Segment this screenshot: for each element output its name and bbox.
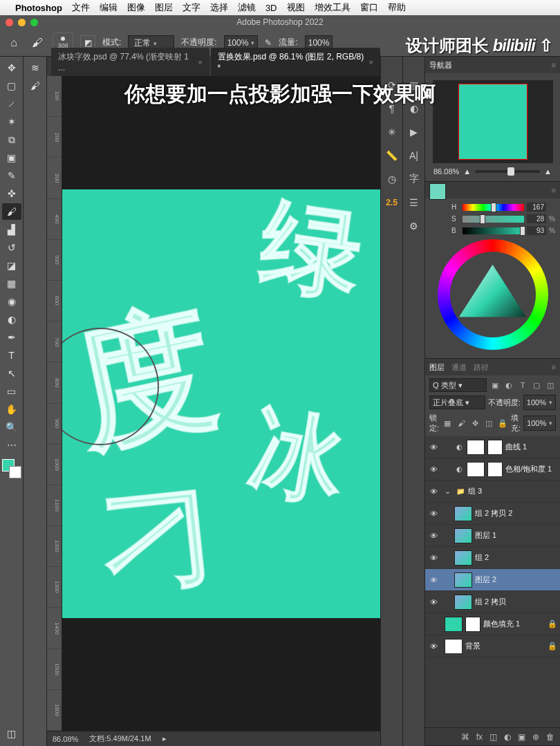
menu-filter[interactable]: 滤镜 — [238, 1, 256, 14]
layer-row[interactable]: 👁◐色相/饱和度 1 — [425, 458, 560, 481]
layer-thumbnail[interactable] — [454, 550, 472, 566]
doc-tab-1[interactable]: 冰块字效.psd @ 77.4% (渐变映射 1 ... × — [51, 48, 209, 76]
move-tool-icon[interactable]: ✥ — [2, 59, 21, 76]
visibility-toggle[interactable]: 👁 — [428, 598, 439, 606]
zoom-slider[interactable] — [475, 170, 540, 173]
layer-fx-icon[interactable]: fx — [476, 732, 483, 742]
layer-thumbnail[interactable] — [467, 462, 485, 477]
layer-name[interactable]: 曲线 1 — [505, 442, 557, 452]
layer-name[interactable]: 图层 1 — [475, 530, 557, 541]
home-icon[interactable]: ⌂ — [6, 35, 22, 51]
visibility-toggle[interactable]: 👁 — [428, 576, 439, 584]
menu-type[interactable]: 文字 — [183, 1, 200, 14]
layer-row[interactable]: 👁◐曲线 1 — [425, 436, 560, 458]
eyedropper-tool-icon[interactable]: ✎ — [2, 167, 21, 184]
layer-mask-thumb[interactable] — [487, 462, 503, 477]
layer-name[interactable]: 组 2 拷贝 — [475, 597, 557, 607]
lock-pos-icon[interactable]: ✥ — [469, 419, 480, 428]
brush-tool-icon[interactable]: 🖌 — [2, 203, 21, 220]
layer-row[interactable]: 颜色填充 1🔒 — [425, 613, 560, 635]
delete-layer-icon[interactable]: 🗑 — [546, 732, 554, 742]
lock-trans-icon[interactable]: ▦ — [442, 419, 453, 428]
share-icon[interactable]: ⇧ — [539, 36, 553, 55]
clock-icon[interactable]: ◷ — [384, 171, 400, 187]
layer-list[interactable]: 👁◐曲线 1👁◐色相/饱和度 1👁⌄📁组 3👁组 2 拷贝 2👁图层 1👁组 2… — [425, 436, 560, 727]
adjustment-layer-icon[interactable]: ◐ — [504, 732, 511, 742]
hand-tool-icon[interactable]: ✋ — [2, 401, 21, 418]
sat-value[interactable]: 28 — [527, 214, 546, 223]
eraser-tool-icon[interactable]: ◪ — [2, 257, 21, 274]
sliders-icon[interactable]: ⚙ — [407, 218, 422, 234]
filter-adjust-icon[interactable]: ◐ — [503, 381, 514, 390]
layer-row[interactable]: 👁图层 1 — [425, 525, 560, 547]
doc-info[interactable]: 文档:5.49M/24.1M — [89, 734, 151, 744]
channels-tab[interactable]: 通道 — [451, 362, 467, 373]
visibility-toggle[interactable]: 👁 — [428, 554, 439, 562]
more-tools-icon[interactable]: ⋯ — [2, 437, 21, 454]
zoom-out-icon[interactable]: ▲ — [463, 167, 471, 176]
menu-plugins[interactable]: 增效工具 — [315, 1, 351, 14]
ruler-icon[interactable]: 📏 — [384, 148, 400, 163]
chevron-right-icon[interactable]: ▸ — [162, 734, 167, 743]
layer-name[interactable]: 颜色填充 1 — [483, 619, 545, 629]
filter-pixel-icon[interactable]: ▣ — [489, 381, 501, 390]
layer-thumbnail[interactable] — [454, 595, 472, 610]
layer-name[interactable]: 组 2 拷贝 2 — [475, 508, 557, 519]
vertical-ruler[interactable]: 100 200 300 400 500 600 700 800 900 1000… — [47, 76, 62, 731]
lock-nest-icon[interactable]: ◫ — [483, 419, 494, 428]
layer-filter-select[interactable]: Q 类型 ▾ — [429, 378, 487, 392]
history-brush-tool-icon[interactable]: ↺ — [2, 239, 21, 256]
brush-tool-icon[interactable]: 🖌 — [29, 35, 46, 51]
menu-view[interactable]: 视图 — [287, 1, 305, 14]
layer-row[interactable]: 👁图层 2 — [425, 569, 560, 591]
lock-all-icon[interactable]: 🔒 — [497, 419, 508, 428]
menu-help[interactable]: 帮助 — [388, 1, 406, 14]
layer-thumbnail[interactable] — [454, 528, 472, 543]
type-tool-icon[interactable]: T — [2, 347, 21, 364]
layer-mask-thumb[interactable] — [487, 440, 503, 455]
pen-tool-icon[interactable]: ✒ — [2, 329, 21, 346]
shape-tool-icon[interactable]: ▭ — [2, 383, 21, 400]
hue-value[interactable]: 167 — [527, 203, 546, 212]
chevron-down-icon[interactable]: ⌄ — [445, 487, 453, 496]
visibility-toggle[interactable]: 👁 — [428, 642, 439, 651]
doc-tab-2[interactable]: 置换效果.psd @ 86.1% (图层 2, RGB/8) * × — [211, 48, 380, 76]
visibility-toggle[interactable]: 👁 — [428, 487, 439, 496]
panel-menu-icon[interactable]: ≡ — [552, 363, 556, 371]
visibility-toggle[interactable]: 👁 — [428, 443, 439, 451]
layer-name[interactable]: 背景 — [465, 641, 545, 651]
menu-window[interactable]: 窗口 — [360, 1, 378, 14]
brush-settings-icon[interactable]: ≋ — [26, 59, 45, 76]
quickmask-icon[interactable]: ◫ — [2, 725, 21, 742]
layer-thumbnail[interactable] — [445, 639, 463, 654]
character-icon[interactable]: A| — [407, 148, 422, 163]
navigator-thumbnail[interactable] — [433, 80, 553, 163]
loading-icon[interactable]: ✳ — [384, 124, 400, 140]
canvas-viewport[interactable]: 绿 度 冰 刁 — [62, 76, 380, 731]
bri-value[interactable]: 93 — [527, 226, 546, 235]
layer-row[interactable]: 👁组 2 — [425, 547, 560, 569]
dodge-tool-icon[interactable]: ◐ — [2, 311, 21, 328]
hue-slider[interactable] — [463, 204, 524, 211]
layer-thumbnail[interactable] — [445, 617, 463, 632]
background-color[interactable] — [9, 466, 21, 478]
layer-fill-input[interactable]: 100%▾ — [523, 416, 556, 431]
filter-type-icon[interactable]: T — [517, 381, 528, 390]
document-canvas[interactable]: 绿 度 冰 刁 — [62, 189, 380, 618]
crop-tool-icon[interactable]: ⧉ — [2, 131, 21, 148]
sat-slider[interactable] — [463, 216, 524, 223]
gradient-tool-icon[interactable]: ▦ — [2, 275, 21, 292]
navigator-tab[interactable]: 导航器 — [429, 60, 452, 71]
close-icon[interactable]: × — [369, 58, 373, 66]
layer-row[interactable]: 👁组 2 拷贝 2 — [425, 503, 560, 525]
visibility-toggle[interactable]: 👁 — [428, 532, 439, 540]
value-badge[interactable]: 2.5 — [384, 195, 400, 210]
current-color-swatch[interactable] — [429, 183, 446, 200]
path-select-tool-icon[interactable]: ↖ — [2, 365, 21, 382]
healing-tool-icon[interactable]: ✜ — [2, 185, 21, 202]
menu-file[interactable]: 文件 — [72, 1, 90, 14]
filter-shape-icon[interactable]: ▢ — [531, 381, 542, 390]
foreground-background-swatch[interactable] — [2, 459, 21, 478]
layer-name[interactable]: 组 2 — [475, 552, 557, 563]
app-name[interactable]: Photoshop — [15, 3, 62, 13]
